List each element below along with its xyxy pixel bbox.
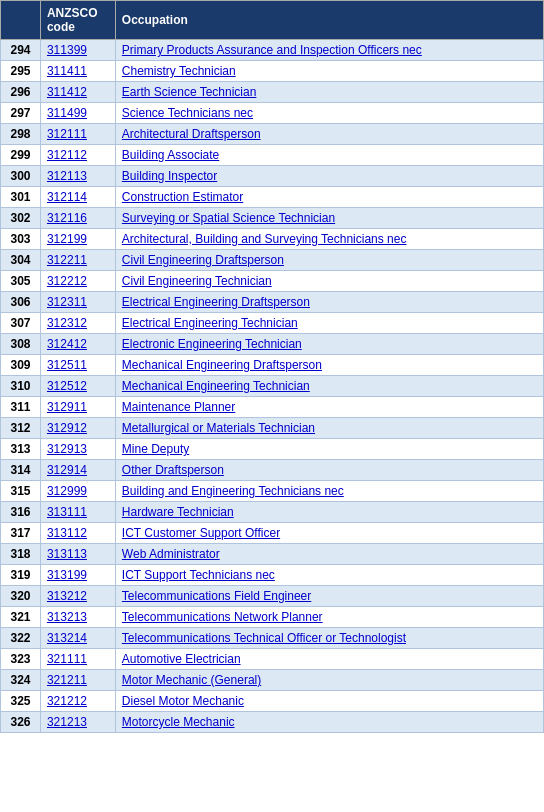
row-occupation[interactable]: Motor Mechanic (General) <box>115 670 543 691</box>
row-occupation[interactable]: Telecommunications Network Planner <box>115 607 543 628</box>
row-number: 325 <box>1 691 41 712</box>
table-row: 318313113Web Administrator <box>1 544 544 565</box>
row-code[interactable]: 313112 <box>40 523 115 544</box>
row-number: 308 <box>1 334 41 355</box>
row-code[interactable]: 311412 <box>40 82 115 103</box>
row-occupation[interactable]: Hardware Technician <box>115 502 543 523</box>
table-row: 307312312Electrical Engineering Technici… <box>1 313 544 334</box>
row-number: 320 <box>1 586 41 607</box>
row-number: 299 <box>1 145 41 166</box>
row-occupation[interactable]: Metallurgical or Materials Technician <box>115 418 543 439</box>
row-code[interactable]: 312312 <box>40 313 115 334</box>
row-occupation[interactable]: Architectural Draftsperson <box>115 124 543 145</box>
row-occupation[interactable]: Building and Engineering Technicians nec <box>115 481 543 502</box>
row-occupation[interactable]: Telecommunications Technical Officer or … <box>115 628 543 649</box>
row-occupation[interactable]: Architectural, Building and Surveying Te… <box>115 229 543 250</box>
row-occupation[interactable]: Surveying or Spatial Science Technician <box>115 208 543 229</box>
row-code[interactable]: 312913 <box>40 439 115 460</box>
row-code[interactable]: 321212 <box>40 691 115 712</box>
row-occupation[interactable]: Mechanical Engineering Technician <box>115 376 543 397</box>
row-code[interactable]: 312211 <box>40 250 115 271</box>
row-number: 309 <box>1 355 41 376</box>
table-row: 297311499Science Technicians nec <box>1 103 544 124</box>
row-number: 303 <box>1 229 41 250</box>
row-occupation[interactable]: Mine Deputy <box>115 439 543 460</box>
row-code[interactable]: 312912 <box>40 418 115 439</box>
row-occupation[interactable]: Civil Engineering Technician <box>115 271 543 292</box>
row-code[interactable]: 312911 <box>40 397 115 418</box>
row-code[interactable]: 321213 <box>40 712 115 733</box>
row-occupation[interactable]: Earth Science Technician <box>115 82 543 103</box>
row-occupation[interactable]: Motorcycle Mechanic <box>115 712 543 733</box>
occupation-table: ANZSCO code Occupation 294311399Primary … <box>0 0 544 733</box>
row-code[interactable]: 312113 <box>40 166 115 187</box>
row-occupation[interactable]: Other Draftsperson <box>115 460 543 481</box>
header-occupation: Occupation <box>115 1 543 40</box>
row-code[interactable]: 312512 <box>40 376 115 397</box>
row-code[interactable]: 313111 <box>40 502 115 523</box>
row-occupation[interactable]: Electrical Engineering Draftsperson <box>115 292 543 313</box>
table-header: ANZSCO code Occupation <box>1 1 544 40</box>
row-code[interactable]: 312212 <box>40 271 115 292</box>
row-code[interactable]: 321111 <box>40 649 115 670</box>
table-row: 319313199ICT Support Technicians nec <box>1 565 544 586</box>
row-number: 297 <box>1 103 41 124</box>
row-occupation[interactable]: Telecommunications Field Engineer <box>115 586 543 607</box>
table-row: 313312913Mine Deputy <box>1 439 544 460</box>
row-occupation[interactable]: ICT Support Technicians nec <box>115 565 543 586</box>
row-code[interactable]: 321211 <box>40 670 115 691</box>
row-occupation[interactable]: Chemistry Technician <box>115 61 543 82</box>
row-occupation[interactable]: Electronic Engineering Technician <box>115 334 543 355</box>
table-row: 305312212Civil Engineering Technician <box>1 271 544 292</box>
row-code[interactable]: 313199 <box>40 565 115 586</box>
row-code[interactable]: 311399 <box>40 40 115 61</box>
row-code[interactable]: 312112 <box>40 145 115 166</box>
row-number: 305 <box>1 271 41 292</box>
row-occupation[interactable]: Electrical Engineering Technician <box>115 313 543 334</box>
row-code[interactable]: 312199 <box>40 229 115 250</box>
row-number: 323 <box>1 649 41 670</box>
table-row: 324321211Motor Mechanic (General) <box>1 670 544 691</box>
table-row: 302312116Surveying or Spatial Science Te… <box>1 208 544 229</box>
table-row: 312312912Metallurgical or Materials Tech… <box>1 418 544 439</box>
row-number: 315 <box>1 481 41 502</box>
row-code[interactable]: 312511 <box>40 355 115 376</box>
row-number: 313 <box>1 439 41 460</box>
row-occupation[interactable]: Maintenance Planner <box>115 397 543 418</box>
row-occupation[interactable]: Web Administrator <box>115 544 543 565</box>
row-occupation[interactable]: ICT Customer Support Officer <box>115 523 543 544</box>
row-occupation[interactable]: Science Technicians nec <box>115 103 543 124</box>
row-occupation[interactable]: Construction Estimator <box>115 187 543 208</box>
row-code[interactable]: 312412 <box>40 334 115 355</box>
table-row: 304312211Civil Engineering Draftsperson <box>1 250 544 271</box>
row-code[interactable]: 311499 <box>40 103 115 124</box>
row-code[interactable]: 312914 <box>40 460 115 481</box>
row-code[interactable]: 313214 <box>40 628 115 649</box>
table-row: 310312512Mechanical Engineering Technici… <box>1 376 544 397</box>
row-code[interactable]: 312999 <box>40 481 115 502</box>
row-occupation[interactable]: Primary Products Assurance and Inspectio… <box>115 40 543 61</box>
row-code[interactable]: 312114 <box>40 187 115 208</box>
row-number: 296 <box>1 82 41 103</box>
row-number: 324 <box>1 670 41 691</box>
row-code[interactable]: 313212 <box>40 586 115 607</box>
row-code[interactable]: 313213 <box>40 607 115 628</box>
header-num <box>1 1 41 40</box>
row-code[interactable]: 312311 <box>40 292 115 313</box>
row-code[interactable]: 313113 <box>40 544 115 565</box>
row-occupation[interactable]: Diesel Motor Mechanic <box>115 691 543 712</box>
row-occupation[interactable]: Civil Engineering Draftsperson <box>115 250 543 271</box>
row-occupation[interactable]: Building Inspector <box>115 166 543 187</box>
row-code[interactable]: 312116 <box>40 208 115 229</box>
row-occupation[interactable]: Mechanical Engineering Draftsperson <box>115 355 543 376</box>
row-number: 326 <box>1 712 41 733</box>
row-number: 316 <box>1 502 41 523</box>
table-row: 296311412Earth Science Technician <box>1 82 544 103</box>
table-row: 309312511Mechanical Engineering Draftspe… <box>1 355 544 376</box>
table-row: 325321212Diesel Motor Mechanic <box>1 691 544 712</box>
row-code[interactable]: 312111 <box>40 124 115 145</box>
row-occupation[interactable]: Automotive Electrician <box>115 649 543 670</box>
row-occupation[interactable]: Building Associate <box>115 145 543 166</box>
row-number: 307 <box>1 313 41 334</box>
row-code[interactable]: 311411 <box>40 61 115 82</box>
